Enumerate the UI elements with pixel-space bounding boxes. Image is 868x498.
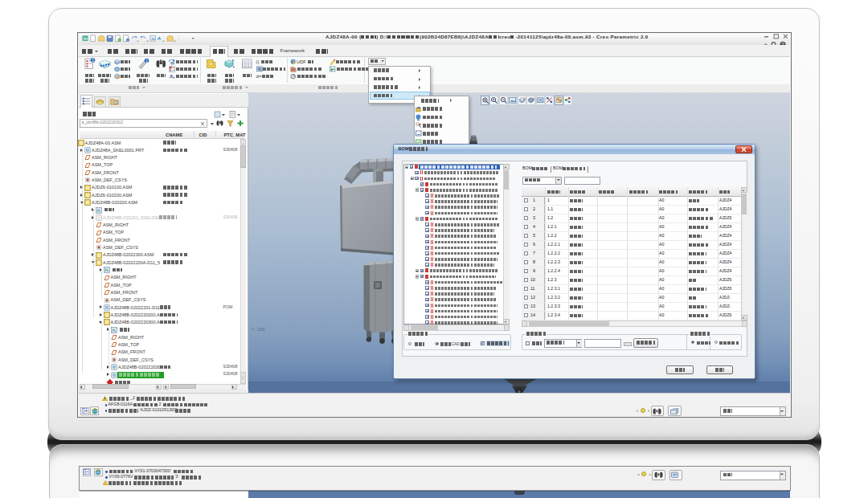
svg-text:1: 1 [145, 59, 148, 63]
svg-text:%: % [257, 67, 261, 71]
svg-text:1: 1 [92, 59, 94, 63]
